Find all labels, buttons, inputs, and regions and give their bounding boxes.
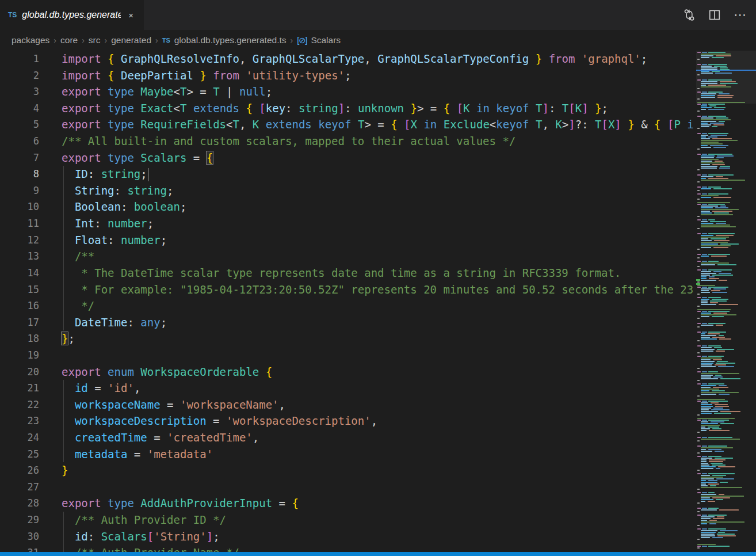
line-content[interactable] bbox=[51, 479, 693, 496]
line-number[interactable]: 28 bbox=[0, 495, 51, 512]
code-line[interactable]: 11 Int: number; bbox=[0, 215, 693, 232]
more-actions-icon[interactable]: ⋯ bbox=[734, 12, 747, 18]
code-line[interactable]: 13 /** bbox=[0, 248, 693, 265]
line-content[interactable]: Int: number; bbox=[51, 215, 693, 232]
line-number[interactable]: 3 bbox=[0, 83, 51, 100]
tab-global-db-types-generated[interactable]: TS global.db.types.generated.ts × bbox=[0, 0, 144, 30]
line-content[interactable]: workspaceDescription = 'workspaceDescrip… bbox=[51, 413, 693, 429]
line-number[interactable]: 11 bbox=[0, 215, 51, 232]
code-line[interactable]: 10 Boolean: boolean; bbox=[0, 199, 693, 215]
line-number[interactable]: 7 bbox=[0, 150, 51, 166]
open-changes-icon[interactable] bbox=[683, 9, 696, 21]
code-line[interactable]: 22 workspaceName = 'workspaceName', bbox=[0, 397, 693, 413]
code-line[interactable]: 31 /** Auth Provider Name */ bbox=[0, 544, 693, 552]
breadcrumb-item-file[interactable]: global.db.types.generated.ts bbox=[174, 35, 287, 45]
close-tab-icon[interactable]: × bbox=[126, 9, 136, 21]
code-line[interactable]: 2import { DeepPartial } from 'utility-ty… bbox=[0, 67, 693, 84]
code-line[interactable]: 18}; bbox=[0, 330, 693, 347]
line-content[interactable]: export type RequireFields<T, K extends k… bbox=[51, 116, 693, 133]
line-content[interactable]: export enum WorkspaceOrderable { bbox=[51, 364, 693, 380]
status-bar[interactable] bbox=[0, 552, 756, 556]
code-line[interactable]: 28export type AddAuthProviderInput = { bbox=[0, 495, 693, 512]
code-line[interactable]: 23 workspaceDescription = 'workspaceDesc… bbox=[0, 413, 693, 429]
code-line[interactable]: 17 DateTime: any; bbox=[0, 314, 693, 331]
line-content[interactable]: Float: number; bbox=[51, 232, 693, 249]
line-content[interactable]: /** Auth Provider ID */ bbox=[51, 512, 693, 528]
line-number[interactable]: 1 bbox=[0, 51, 51, 67]
line-content[interactable]: id = 'id', bbox=[51, 380, 693, 397]
code-line[interactable]: 14 * The DateTime scalar type represents… bbox=[0, 265, 693, 281]
code-line[interactable]: 15 * For example: "1985-04-12T23:20:50.5… bbox=[0, 281, 693, 298]
line-number[interactable]: 22 bbox=[0, 397, 51, 413]
line-number[interactable]: 19 bbox=[0, 347, 51, 364]
line-number[interactable]: 10 bbox=[0, 199, 51, 215]
line-number[interactable]: 2 bbox=[0, 67, 51, 84]
line-content[interactable]: export type Exact<T extends { [key: stri… bbox=[51, 100, 693, 117]
code-lines[interactable]: 1import { GraphQLResolveInfo, GraphQLSca… bbox=[0, 51, 693, 552]
line-number[interactable]: 23 bbox=[0, 413, 51, 429]
line-number[interactable]: 25 bbox=[0, 446, 51, 463]
line-content[interactable]: /** All built-in and custom scalars, map… bbox=[51, 133, 693, 150]
line-content[interactable]: ID: string; bbox=[51, 166, 693, 182]
line-number[interactable]: 8 bbox=[0, 166, 51, 182]
breadcrumb-item-generated[interactable]: generated bbox=[111, 35, 151, 45]
line-content[interactable]: import { DeepPartial } from 'utility-typ… bbox=[51, 67, 693, 84]
code-line[interactable]: 1import { GraphQLResolveInfo, GraphQLSca… bbox=[0, 51, 693, 67]
line-content[interactable]: Boolean: boolean; bbox=[51, 199, 693, 215]
line-content[interactable]: /** Auth Provider Name */ bbox=[51, 544, 693, 552]
line-number[interactable]: 17 bbox=[0, 314, 51, 331]
code-line[interactable]: 29 /** Auth Provider ID */ bbox=[0, 512, 693, 528]
breadcrumb-item-core[interactable]: core bbox=[60, 35, 78, 45]
line-number[interactable]: 27 bbox=[0, 479, 51, 496]
line-number[interactable]: 12 bbox=[0, 232, 51, 249]
line-number[interactable]: 6 bbox=[0, 133, 51, 150]
code-line[interactable]: 24 createdTime = 'createdTime', bbox=[0, 429, 693, 446]
line-number[interactable]: 15 bbox=[0, 281, 51, 298]
line-number[interactable]: 18 bbox=[0, 330, 51, 347]
line-content[interactable]: */ bbox=[51, 298, 693, 314]
split-editor-icon[interactable] bbox=[708, 9, 721, 21]
line-content[interactable]: export type AddAuthProviderInput = { bbox=[51, 495, 693, 512]
code-line[interactable]: 26} bbox=[0, 462, 693, 479]
line-number[interactable]: 5 bbox=[0, 116, 51, 133]
line-number[interactable]: 13 bbox=[0, 248, 51, 265]
code-line[interactable]: 12 Float: number; bbox=[0, 232, 693, 249]
code-line[interactable]: 9 String: string; bbox=[0, 182, 693, 199]
code-line[interactable]: 20export enum WorkspaceOrderable { bbox=[0, 364, 693, 380]
code-line[interactable]: 6/** All built-in and custom scalars, ma… bbox=[0, 133, 693, 150]
line-content[interactable]: String: string; bbox=[51, 182, 693, 199]
line-content[interactable]: id: Scalars['String']; bbox=[51, 528, 693, 545]
code-line[interactable]: 16 */ bbox=[0, 298, 693, 314]
line-content[interactable]: * For example: "1985-04-12T23:20:50.52Z"… bbox=[51, 281, 693, 298]
line-number[interactable]: 9 bbox=[0, 182, 51, 199]
code-line[interactable]: 19 bbox=[0, 347, 693, 364]
line-content[interactable]: DateTime: any; bbox=[51, 314, 693, 331]
code-line[interactable]: 8 ID: string; bbox=[0, 166, 693, 182]
line-number[interactable]: 16 bbox=[0, 298, 51, 314]
line-content[interactable]: createdTime = 'createdTime', bbox=[51, 429, 693, 446]
line-content[interactable]: }; bbox=[51, 330, 693, 347]
code-line[interactable]: 4export type Exact<T extends { [key: str… bbox=[0, 100, 693, 117]
code-line[interactable]: 3export type Maybe<T> = T | null; bbox=[0, 83, 693, 100]
line-number[interactable]: 14 bbox=[0, 265, 51, 281]
code-line[interactable]: 30 id: Scalars['String']; bbox=[0, 528, 693, 545]
breadcrumb-item-src[interactable]: src bbox=[89, 35, 101, 45]
line-content[interactable]: * The DateTime scalar type represents da… bbox=[51, 265, 693, 281]
code-line[interactable]: 21 id = 'id', bbox=[0, 380, 693, 397]
line-number[interactable]: 31 bbox=[0, 544, 51, 552]
line-content[interactable]: import { GraphQLResolveInfo, GraphQLScal… bbox=[51, 51, 693, 67]
line-content[interactable] bbox=[51, 347, 693, 364]
line-content[interactable]: export type Scalars = { bbox=[51, 150, 693, 166]
minimap[interactable] bbox=[696, 51, 756, 552]
breadcrumb-item-packages[interactable]: packages bbox=[12, 35, 49, 45]
line-content[interactable]: } bbox=[51, 462, 693, 479]
breadcrumb-item-symbol[interactable]: Scalars bbox=[311, 35, 341, 45]
code-line[interactable]: 7export type Scalars = { bbox=[0, 150, 693, 166]
code-line[interactable]: 25 metadata = 'metadata' bbox=[0, 446, 693, 463]
code-line[interactable]: 27 bbox=[0, 479, 693, 496]
line-number[interactable]: 24 bbox=[0, 429, 51, 446]
line-content[interactable]: /** bbox=[51, 248, 693, 265]
line-number[interactable]: 26 bbox=[0, 462, 51, 479]
line-number[interactable]: 20 bbox=[0, 364, 51, 380]
line-content[interactable]: export type Maybe<T> = T | null; bbox=[51, 83, 693, 100]
